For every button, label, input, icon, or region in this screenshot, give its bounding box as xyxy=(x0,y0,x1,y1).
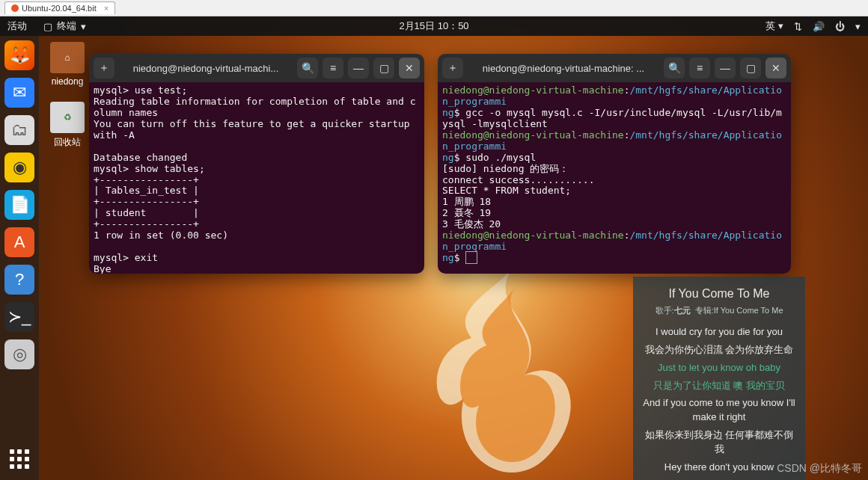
lyric-line: Hey there don't you know xyxy=(641,461,798,475)
terminal-window-2[interactable]: ＋ niedong@niedong-virtual-machine: ... 🔍… xyxy=(438,54,791,274)
volume-icon[interactable]: 🔊 xyxy=(813,21,825,32)
trash-label: 回收站 xyxy=(46,136,88,149)
close-icon[interactable]: × xyxy=(104,4,109,13)
home-label: niedong xyxy=(46,76,88,87)
activities-button[interactable]: 活动 xyxy=(7,19,27,33)
chevron-down-icon[interactable]: ▾ xyxy=(855,21,861,32)
lyric-line: And if you come to me you know I'll make… xyxy=(641,396,798,425)
lyric-line-active: Just to let you know oh baby xyxy=(641,361,798,375)
window-title: niedong@niedong-virtual-machine: ... xyxy=(468,63,659,74)
terminal-content[interactable]: niedong@niedong-virtual-machine:/mnt/hgf… xyxy=(438,82,791,274)
dock-writer[interactable]: 📄 xyxy=(4,190,34,220)
trash-icon: ♻ xyxy=(64,112,72,123)
dock-firefox[interactable]: 🦊 xyxy=(4,40,34,70)
terminal-content[interactable]: mysql> use test; Reading table informati… xyxy=(89,82,424,274)
song-title: If You Come To Me xyxy=(641,287,798,301)
terminal-icon: ▢ xyxy=(43,21,52,32)
dock-terminal[interactable]: ≻_ xyxy=(4,302,34,332)
lyric-line-cn: 我会为你伤心泪流 会为你放弃生命 xyxy=(641,343,798,357)
app-menu[interactable]: ▢ 终端 ▾ xyxy=(37,18,92,34)
new-tab-button[interactable]: ＋ xyxy=(94,58,114,79)
desktop-icons: ⌂ niedong ♻ 回收站 xyxy=(46,42,88,164)
dock-software[interactable]: A xyxy=(4,227,34,257)
search-icon[interactable]: 🔍 xyxy=(664,58,685,79)
wallpaper-art xyxy=(419,263,614,480)
app-menu-label: 终端 xyxy=(57,19,76,33)
search-icon[interactable]: 🔍 xyxy=(297,58,318,79)
trash[interactable]: ♻ 回收站 xyxy=(46,102,88,149)
gnome-topbar: 活动 ▢ 终端 ▾ 2月15日 10：50 英 ▾ ⇅ 🔊 ⏻ ▾ xyxy=(0,16,868,36)
network-icon[interactable]: ⇅ xyxy=(794,21,802,32)
titlebar[interactable]: ＋ niedong@niedong-virtual-machine: ... 🔍… xyxy=(438,54,791,82)
vm-tabbar: Ubuntu-20.04_64.bit × xyxy=(0,0,868,16)
titlebar[interactable]: ＋ niedong@niedong-virtual-machi... 🔍 ≡ —… xyxy=(89,54,424,82)
close-button[interactable]: ✕ xyxy=(399,58,420,79)
clock[interactable]: 2月15日 10：50 xyxy=(399,19,468,33)
lyrics-panel[interactable]: If You Come To Me 歌手:七元 专辑:If You Come T… xyxy=(633,277,805,480)
close-button[interactable]: ✕ xyxy=(765,58,786,79)
dock-help[interactable]: ? xyxy=(4,265,34,295)
input-source[interactable]: 英 ▾ xyxy=(765,19,783,33)
maximize-button[interactable]: ▢ xyxy=(373,58,394,79)
hamburger-icon[interactable]: ≡ xyxy=(689,58,710,79)
power-icon[interactable]: ⏻ xyxy=(835,21,845,32)
dock-disc[interactable]: ◎ xyxy=(4,339,34,369)
window-title: niedong@niedong-virtual-machi... xyxy=(119,63,293,74)
terminal-window-1[interactable]: ＋ niedong@niedong-virtual-machi... 🔍 ≡ —… xyxy=(89,54,424,274)
vm-tab[interactable]: Ubuntu-20.04_64.bit × xyxy=(4,1,115,14)
lyric-line-active-cn: 只是为了让你知道 噢 我的宝贝 xyxy=(641,379,798,393)
lyric-line: I would cry for you die for you xyxy=(641,325,798,339)
show-applications[interactable] xyxy=(4,444,34,474)
dock-rhythmbox[interactable]: ◉ xyxy=(4,153,34,182)
minimize-button[interactable]: — xyxy=(715,58,736,79)
home-folder[interactable]: ⌂ niedong xyxy=(46,42,88,87)
song-meta: 歌手:七元 专辑:If You Come To Me xyxy=(641,305,798,316)
dock-files[interactable]: 🗂 xyxy=(4,115,34,145)
maximize-button[interactable]: ▢ xyxy=(740,58,761,79)
watermark: CSDN @比特冬哥 xyxy=(777,462,862,476)
ubuntu-icon xyxy=(11,4,19,12)
home-icon: ⌂ xyxy=(64,52,70,63)
hamburger-icon[interactable]: ≡ xyxy=(323,58,343,79)
chevron-down-icon: ▾ xyxy=(81,21,86,32)
new-tab-button[interactable]: ＋ xyxy=(442,58,463,79)
minimize-button[interactable]: — xyxy=(348,58,369,79)
ubuntu-desktop: 活动 ▢ 终端 ▾ 2月15日 10：50 英 ▾ ⇅ 🔊 ⏻ ▾ 🦊 ✉ 🗂 … xyxy=(0,16,868,480)
dock: 🦊 ✉ 🗂 ◉ 📄 A ? ≻_ ◎ xyxy=(0,36,39,480)
vm-tab-label: Ubuntu-20.04_64.bit xyxy=(22,4,97,13)
dock-thunderbird[interactable]: ✉ xyxy=(4,78,34,108)
lyric-line-cn: 如果你来到我身边 任何事都难不倒我 xyxy=(641,428,798,457)
